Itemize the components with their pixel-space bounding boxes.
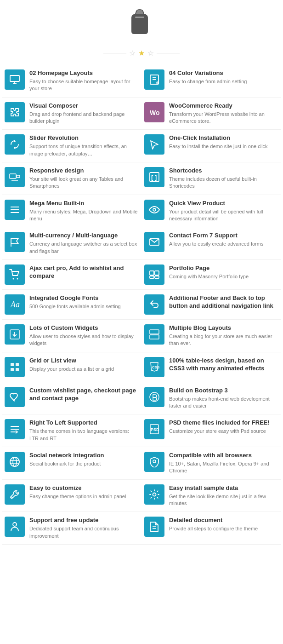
feature-item-google-fonts: Aa Integrated Google Fonts 500 Google fo… <box>2 290 142 320</box>
feature-text-wishlist: Custom wishlist page, checkout page and … <box>29 387 138 403</box>
feature-title-one-click: One-Click Installation <box>169 134 277 142</box>
feature-item-woocommerce: Woo WooCommerce Ready Transform your Wor… <box>142 98 281 130</box>
decorative-divider: ☆ ★ ☆ <box>0 49 283 58</box>
divider-right <box>157 53 180 53</box>
feature-text-responsive: Responsive design Your site will look gr… <box>29 167 138 190</box>
feature-desc-google-fonts: 500 Google fonts available admin setting <box>29 303 138 310</box>
feature-text-psd: PSD theme files included for FREE! Custo… <box>169 419 277 435</box>
feature-desc-color-variations: Easy to change from admin setting <box>169 78 277 85</box>
css3-icon: CSS3 <box>144 357 164 377</box>
svg-point-21 <box>17 278 18 280</box>
svg-text:Woo: Woo <box>150 109 160 116</box>
feature-desc-shortcodes: Theme includes dozen of useful built-in … <box>169 176 277 190</box>
feature-text-quick-view: Quick View Product Your product detail w… <box>169 200 277 223</box>
feature-text-bootstrap: Build on Bootstrap 3 Bootstrap makes fro… <box>169 387 277 410</box>
feature-title-wishlist: Custom wishlist page, checkout page and … <box>29 387 138 402</box>
svg-rect-29 <box>150 330 159 334</box>
bootstrap-icon <box>144 387 164 407</box>
feature-desc-custom-widgets: Allow user to choose styles and how to d… <box>29 333 138 347</box>
feature-text-footer: Additional Footer and Back to top button… <box>169 294 277 311</box>
feature-item-bootstrap: Build on Bootstrap 3 Bootstrap makes fro… <box>142 382 281 415</box>
feature-desc-quick-view: Your product detail will be opened with … <box>169 208 277 223</box>
svg-point-49 <box>13 523 17 526</box>
feature-text-blog-layouts: Multiple Blog Layouts Creating a blog fo… <box>169 324 277 347</box>
feature-desc-bootstrap: Bootstrap makes front-end web developmen… <box>169 396 277 410</box>
grid-icon <box>5 357 25 377</box>
feature-title-woocommerce: WooCommerce Ready <box>169 102 277 110</box>
feature-title-ajax-cart: Ajax cart pro, Add to wishlist and compa… <box>29 264 138 280</box>
feature-title-blog-layouts: Multiple Blog Layouts <box>169 324 277 332</box>
svg-rect-32 <box>16 363 19 366</box>
feature-item-mega-menu: Mega Menu Built-in Many menu styles: Meg… <box>2 195 142 228</box>
svg-rect-1 <box>10 75 19 81</box>
feature-title-customize: Easy to customize <box>29 484 138 492</box>
feature-title-bootstrap: Build on Bootstrap 3 <box>169 387 277 395</box>
feature-item-quick-view: Quick View Product Your product detail w… <box>142 195 281 228</box>
feature-title-contact-form: Contact Form 7 Support <box>169 232 277 240</box>
star-3-icon: ☆ <box>147 49 154 58</box>
feature-item-one-click: One-Click Installation Easy to install t… <box>142 130 281 162</box>
feature-text-homepage-layouts: 02 Homepage Layouts Easy to choose suita… <box>29 69 138 92</box>
feature-text-rtl: Right To Left Supported This theme comes… <box>29 419 138 442</box>
feature-text-ajax-cart: Ajax cart pro, Add to wishlist and compa… <box>29 264 138 281</box>
feature-item-document: Detailed document Provide all steps to c… <box>142 512 281 545</box>
feature-desc-homepage-layouts: Easy to choose suitable homepage layout … <box>29 78 138 92</box>
brackets-icon: [ ] <box>144 167 164 187</box>
feature-title-custom-widgets: Lots of Custom Widgets <box>29 324 138 332</box>
svg-rect-24 <box>150 276 154 278</box>
logo <box>127 8 156 37</box>
person-icon <box>5 517 25 537</box>
svg-text:PSD: PSD <box>151 427 159 432</box>
menu-icon <box>5 200 25 220</box>
feature-text-one-click: One-Click Installation Easy to install t… <box>169 134 277 150</box>
monitor-icon <box>5 69 25 90</box>
svg-point-42 <box>10 457 19 466</box>
wrench-icon <box>5 484 25 505</box>
feature-title-footer: Additional Footer and Back to top button… <box>169 294 277 310</box>
features-grid: 02 Homepage Layouts Easy to choose suita… <box>0 65 283 545</box>
feature-text-browsers: Compatible with all browsers IE 10+, Saf… <box>169 452 277 475</box>
feature-title-grid-list: Grid or List view <box>29 357 138 365</box>
feature-item-homepage-layouts: 02 Homepage Layouts Easy to choose suita… <box>2 65 142 98</box>
feature-item-custom-widgets: Lots of Custom Widgets Allow user to cho… <box>2 320 142 352</box>
svg-point-48 <box>153 493 156 496</box>
star-1-icon: ☆ <box>129 49 136 58</box>
arrow-back-icon <box>144 294 164 315</box>
feature-text-color-variations: 04 Color Variations Easy to change from … <box>169 69 277 85</box>
feature-item-slider-revolution: Slider Revolution Support tons of unique… <box>2 130 142 162</box>
feature-title-color-variations: 04 Color Variations <box>169 69 277 77</box>
feature-title-sample-data: Easy install sample data <box>169 484 277 492</box>
feature-title-quick-view: Quick View Product <box>169 200 277 207</box>
svg-rect-10 <box>17 175 20 178</box>
feature-title-multicurrency: Multi-currency / Multi-language <box>29 232 138 240</box>
feature-item-contact-form: Contact Form 7 Support Allow you to easi… <box>142 227 281 260</box>
feature-text-woocommerce: WooCommerce Ready Transform your WordPre… <box>169 102 277 125</box>
feature-desc-rtl: This theme comes in two language version… <box>29 428 138 442</box>
feature-text-visual-composer: Visual Composer Drag and drop frontend a… <box>29 102 138 125</box>
feature-desc-multicurrency: Currency and language switcher as a sele… <box>29 241 138 255</box>
feature-desc-portfolio: Coming with Masonry Portfolio type <box>169 273 277 280</box>
feature-text-grid-list: Grid or List view Display your product a… <box>29 357 138 373</box>
feature-item-grid-list: Grid or List view Display your product a… <box>2 352 142 382</box>
feature-desc-visual-composer: Drag and drop frontend and backend page … <box>29 111 138 125</box>
feature-title-support: Support and free update <box>29 517 138 524</box>
download-icon <box>5 324 25 345</box>
feature-title-portfolio: Portfolio Page <box>169 264 277 272</box>
cart-icon <box>5 264 25 285</box>
feature-text-multicurrency: Multi-currency / Multi-language Currency… <box>29 232 138 255</box>
feature-title-psd: PSD theme files included for FREE! <box>169 419 277 427</box>
feature-title-css3: 100% table-less design, based on CSS3 wi… <box>169 357 277 373</box>
feature-item-footer: Additional Footer and Back to top button… <box>142 290 281 320</box>
svg-point-43 <box>13 457 17 466</box>
feature-desc-psd: Customize your store easy with Psd sourc… <box>169 428 277 435</box>
feature-text-portfolio: Portfolio Page Coming with Masonry Portf… <box>169 264 277 280</box>
portfolio-icon <box>144 264 164 285</box>
feature-text-shortcodes: Shortcodes Theme includes dozen of usefu… <box>169 167 277 190</box>
logo-bag-icon <box>127 8 153 37</box>
feature-title-visual-composer: Visual Composer <box>29 102 138 110</box>
divider-left <box>103 53 126 53</box>
feature-desc-support: Dedicated support team and continuous im… <box>29 525 138 540</box>
feature-title-slider-revolution: Slider Revolution <box>29 134 138 142</box>
feature-desc-social: Social bookmark for the product <box>29 460 138 467</box>
svg-rect-33 <box>11 368 14 371</box>
